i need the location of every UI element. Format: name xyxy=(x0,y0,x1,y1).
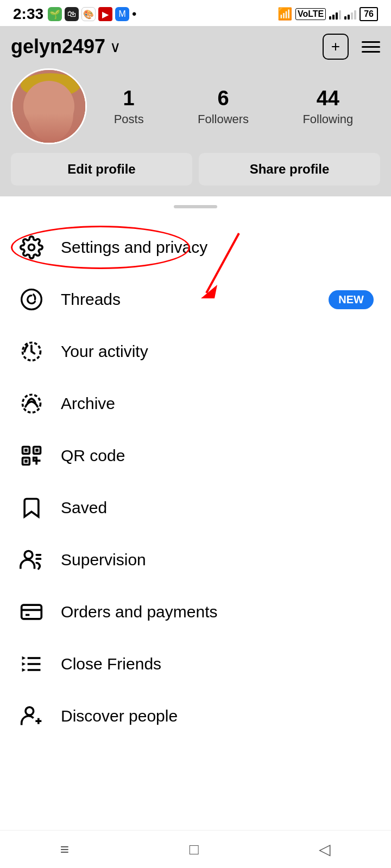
closefriends-svg xyxy=(20,652,43,676)
svg-point-8 xyxy=(29,245,35,251)
app-icon-4: ▶ xyxy=(98,7,112,21)
supervision-label: Supervision xyxy=(61,551,146,569)
svg-rect-15 xyxy=(35,449,38,452)
username-text: gelyn2497 xyxy=(11,35,105,58)
chevron-down-icon: ∨ xyxy=(110,38,121,56)
menu-item-closefriends[interactable]: Close Friends xyxy=(0,638,391,690)
hamburger-line xyxy=(362,46,380,48)
gear-svg xyxy=(20,235,43,259)
threads-svg xyxy=(20,288,43,311)
bookmark-svg xyxy=(20,496,43,520)
menu-item-saved[interactable]: Saved xyxy=(0,482,391,534)
addperson-icon xyxy=(17,702,46,730)
qr-icon xyxy=(17,442,46,470)
discover-label: Discover people xyxy=(61,707,178,725)
orders-label: Orders and payments xyxy=(61,603,217,621)
app-icon-5: M xyxy=(115,7,129,21)
app-icon-1: 🌱 xyxy=(48,7,62,21)
vo-lte-icon: VoLTE xyxy=(295,8,326,20)
drag-handle[interactable] xyxy=(174,205,217,208)
battery-icon: 76 xyxy=(360,7,378,21)
bottom-sheet: Settings and privacy Threads NEW Your ac… xyxy=(0,205,391,791)
supervision-icon xyxy=(17,546,46,574)
svg-point-3 xyxy=(40,107,45,113)
svg-rect-14 xyxy=(24,449,28,452)
menu-item-discover[interactable]: Discover people xyxy=(0,690,391,742)
new-badge: NEW xyxy=(329,290,374,309)
username-area[interactable]: gelyn2497 ∨ xyxy=(11,35,121,58)
share-profile-button[interactable]: Share profile xyxy=(199,153,380,186)
qr-label: QR code xyxy=(61,446,125,465)
posts-label: Posts xyxy=(114,112,144,126)
app-icons: 🌱 🛍 🎨 ▶ M • xyxy=(48,7,136,22)
nav-menu-icon[interactable]: ≡ xyxy=(60,841,69,858)
card-svg xyxy=(20,600,43,624)
svg-marker-25 xyxy=(23,663,25,665)
posts-count: 1 xyxy=(123,87,135,110)
svg-point-10 xyxy=(23,395,41,413)
status-right: 📶 VoLTE 76 xyxy=(278,7,378,21)
plus-icon: + xyxy=(331,38,340,55)
svg-point-27 xyxy=(26,707,34,716)
activity-icon xyxy=(17,337,46,366)
activity-label: Your activity xyxy=(61,342,148,361)
closefriends-label: Close Friends xyxy=(61,655,161,673)
menu-item-threads[interactable]: Threads NEW xyxy=(0,273,391,326)
status-time: 2:33 xyxy=(13,5,43,23)
bottom-nav: ≡ □ ◁ xyxy=(0,830,391,868)
threads-label: Threads xyxy=(61,290,121,309)
stat-followers[interactable]: 6 Followers xyxy=(198,87,249,126)
menu-button[interactable] xyxy=(362,41,380,53)
app-icon-2: 🛍 xyxy=(65,7,79,21)
stat-following[interactable]: 44 Following xyxy=(302,87,353,126)
profile-info: 1 Posts 6 Followers 44 Following xyxy=(9,68,382,144)
hamburger-line xyxy=(362,51,380,53)
signal-bars-2 xyxy=(344,9,356,20)
profile-action-buttons: Edit profile Share profile xyxy=(9,144,382,186)
svg-point-1 xyxy=(21,73,80,97)
menu-item-qrcode[interactable]: QR code xyxy=(0,430,391,482)
nav-back-icon[interactable]: ◁ xyxy=(319,840,331,858)
svg-point-2 xyxy=(28,87,73,142)
saved-label: Saved xyxy=(61,499,107,517)
svg-rect-16 xyxy=(24,459,28,463)
create-post-button[interactable]: + xyxy=(323,34,349,60)
closefriends-icon xyxy=(17,650,46,678)
bookmark-icon xyxy=(17,494,46,522)
status-bar: 2:33 🌱 🛍 🎨 ▶ M • 📶 VoLTE 76 xyxy=(0,0,391,26)
archive-icon xyxy=(17,390,46,418)
threads-icon xyxy=(17,285,46,314)
svg-rect-18 xyxy=(22,605,42,619)
profile-background: gelyn2497 ∨ + xyxy=(0,26,391,196)
signal-bars xyxy=(329,9,341,20)
svg-point-5 xyxy=(48,116,53,119)
svg-marker-26 xyxy=(23,669,25,671)
avatar[interactable] xyxy=(11,68,87,144)
archive-svg xyxy=(20,392,43,416)
hamburger-line xyxy=(362,41,380,43)
menu-item-settings[interactable]: Settings and privacy xyxy=(0,221,391,273)
stat-posts[interactable]: 1 Posts xyxy=(114,87,144,126)
edit-profile-button[interactable]: Edit profile xyxy=(11,153,192,186)
archive-label: Archive xyxy=(61,394,115,413)
menu-item-archive[interactable]: Archive xyxy=(0,378,391,430)
followers-label: Followers xyxy=(198,112,249,126)
menu-item-supervision[interactable]: Supervision xyxy=(0,534,391,586)
header-actions: + xyxy=(323,34,380,60)
supervision-svg xyxy=(20,548,43,572)
card-icon xyxy=(17,598,46,626)
settings-label: Settings and privacy xyxy=(61,238,207,257)
followers-count: 6 xyxy=(217,87,229,110)
nav-home-icon[interactable]: □ xyxy=(190,841,199,858)
avatar-image xyxy=(12,70,85,143)
menu-item-orders[interactable]: Orders and payments xyxy=(0,586,391,638)
svg-point-17 xyxy=(24,551,33,559)
following-label: Following xyxy=(302,112,353,126)
profile-stats: 1 Posts 6 Followers 44 Following xyxy=(87,81,380,132)
notification-dot: • xyxy=(132,7,136,22)
wifi-icon: 📶 xyxy=(278,7,292,21)
qr-svg xyxy=(20,444,43,468)
menu-item-activity[interactable]: Your activity xyxy=(0,326,391,378)
svg-marker-24 xyxy=(23,657,25,659)
app-icon-3: 🎨 xyxy=(81,7,96,21)
